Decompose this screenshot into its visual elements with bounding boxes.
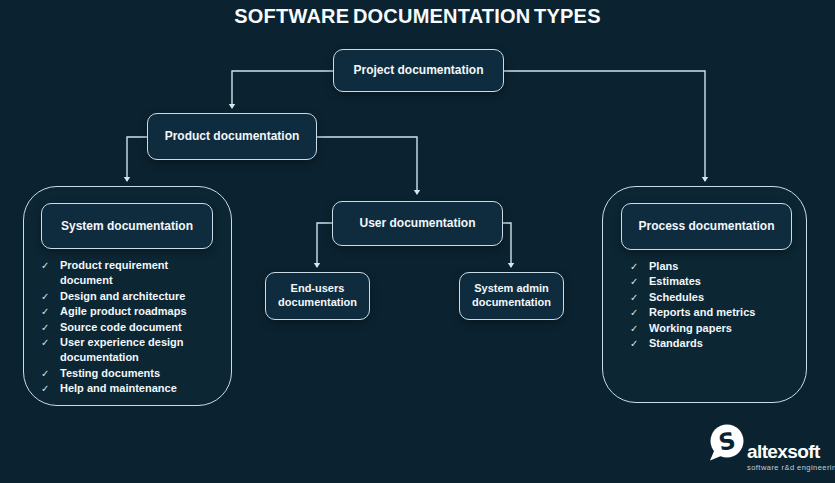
check-icon: ✓ xyxy=(630,321,640,336)
check-icon: ✓ xyxy=(41,258,51,273)
node-system-documentation: System documentation xyxy=(41,203,213,249)
node-label: User documentation xyxy=(359,216,475,231)
connector-project-to-process xyxy=(504,71,705,181)
checklist-item: ✓Help and maintenance xyxy=(41,381,192,396)
checklist-item: ✓Product requirement document xyxy=(41,258,192,289)
checklist-item: ✓Plans xyxy=(630,259,755,274)
node-label: Project documentation xyxy=(353,63,483,78)
connector-user-to-sysadmin xyxy=(503,223,511,267)
check-icon: ✓ xyxy=(41,289,51,304)
checklist-item-text: Testing documents xyxy=(60,366,160,381)
check-icon: ✓ xyxy=(630,290,640,305)
connector-project-to-product xyxy=(232,71,333,108)
brand-text: altexsoft software r&d engineering xyxy=(747,442,832,472)
checklist-item: ✓Testing documents xyxy=(41,366,192,381)
checklist-item: ✓Standards xyxy=(630,336,755,351)
checklist-item-text: Design and architecture xyxy=(60,289,185,304)
group-system-documentation: System documentation ✓Product requiremen… xyxy=(23,186,232,406)
checklist-item-text: Help and maintenance xyxy=(60,381,177,396)
checklist-item-text: User experience design documentation xyxy=(60,335,192,366)
checklist-item-text: Schedules xyxy=(649,290,704,305)
node-project-documentation: Project documentation xyxy=(333,49,504,92)
brand-tagline: software r&d engineering xyxy=(747,463,832,472)
node-label: End-users documentation xyxy=(272,282,363,310)
node-user-documentation: User documentation xyxy=(332,201,503,246)
brand-name: altexsoft xyxy=(747,442,832,462)
checklist-item-text: Working papers xyxy=(649,321,732,336)
checklist-item: ✓Source code document xyxy=(41,320,192,335)
check-icon: ✓ xyxy=(41,335,51,350)
checklist-item: ✓Working papers xyxy=(630,321,755,336)
node-label: System admin documentation xyxy=(466,282,557,310)
node-product-documentation: Product documentation xyxy=(147,113,317,160)
node-system-admin-documentation: System admin documentation xyxy=(459,272,564,320)
check-icon: ✓ xyxy=(41,304,51,319)
check-icon: ✓ xyxy=(41,320,51,335)
checklist-item: ✓User experience design documentation xyxy=(41,335,192,366)
checklist-item-text: Plans xyxy=(649,259,678,274)
checklist-item: ✓Estimates xyxy=(630,274,755,289)
checklist-item-text: Reports and metrics xyxy=(649,305,755,320)
connector-product-to-system xyxy=(127,137,147,181)
diagram-canvas: SOFTWARE DOCUMENTATION TYPES Project doc… xyxy=(0,0,835,483)
checklist-item: ✓Reports and metrics xyxy=(630,305,755,320)
checklist-item-text: Estimates xyxy=(649,274,701,289)
checklist-item-text: Product requirement document xyxy=(60,258,192,289)
checklist-item: ✓Agile product roadmaps xyxy=(41,304,192,319)
group-process-documentation: Process documentation ✓Plans✓Estimates✓S… xyxy=(602,186,807,403)
checklist-item: ✓Schedules xyxy=(630,290,755,305)
connector-product-to-user xyxy=(317,137,417,194)
checklist-item: ✓Design and architecture xyxy=(41,289,192,304)
checklist-item-text: Standards xyxy=(649,336,703,351)
node-label: Process documentation xyxy=(638,219,774,234)
check-icon: ✓ xyxy=(630,305,640,320)
altexsoft-logo-icon: S xyxy=(706,423,746,463)
connector-user-to-endusers xyxy=(317,223,332,267)
system-checklist: ✓Product requirement document✓Design and… xyxy=(41,258,192,397)
brand-logo: S altexsoft software r&d engineering xyxy=(706,423,832,480)
node-label: System documentation xyxy=(61,219,193,234)
checklist-item-text: Source code document xyxy=(60,320,182,335)
check-icon: ✓ xyxy=(41,366,51,381)
node-end-users-documentation: End-users documentation xyxy=(265,272,370,320)
checklist-item-text: Agile product roadmaps xyxy=(60,304,187,319)
check-icon: ✓ xyxy=(630,274,640,289)
node-process-documentation: Process documentation xyxy=(621,203,792,250)
check-icon: ✓ xyxy=(630,259,640,274)
check-icon: ✓ xyxy=(41,381,51,396)
process-checklist: ✓Plans✓Estimates✓Schedules✓Reports and m… xyxy=(630,259,755,351)
check-icon: ✓ xyxy=(630,336,640,351)
node-label: Product documentation xyxy=(165,129,300,144)
